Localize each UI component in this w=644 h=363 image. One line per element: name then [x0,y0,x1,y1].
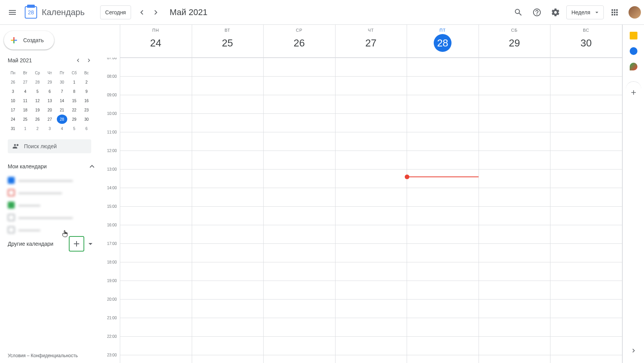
mini-day-cell[interactable]: 6 [81,124,92,133]
day-column[interactable] [120,58,192,363]
mini-day-cell[interactable]: 19 [32,105,43,115]
mini-day-cell[interactable]: 18 [20,105,31,115]
mini-day-cell[interactable]: 28 [57,115,67,124]
mini-day-cell[interactable]: 26 [8,77,18,87]
mini-day-cell[interactable]: 13 [44,96,55,105]
my-calendars-toggle[interactable]: Мои календари [8,159,97,173]
mini-day-cell[interactable]: 25 [20,115,31,124]
user-avatar[interactable] [629,6,641,19]
mini-day-cell[interactable]: 15 [69,96,80,105]
mini-day-cell[interactable]: 10 [8,96,18,105]
mini-day-cell[interactable]: 9 [81,87,92,96]
view-selector[interactable]: Неделя [566,5,604,19]
mini-prev-month[interactable] [73,56,83,65]
mini-day-cell[interactable]: 27 [20,77,31,87]
other-calendars-toggle[interactable] [84,238,97,250]
mini-dow-label: Чт [44,68,55,77]
today-button[interactable]: Сегодня [100,5,131,19]
day-column[interactable] [407,58,479,363]
day-column-header[interactable]: ПТ28 [407,25,479,58]
mini-day-cell[interactable]: 1 [69,77,80,87]
mini-day-cell[interactable]: 4 [20,87,31,96]
maps-icon[interactable] [630,63,637,70]
day-column-header[interactable]: ВС30 [550,25,622,58]
hour-label: 18:00 [107,260,117,264]
calendar-logo-icon: 28 [23,5,39,20]
mini-day-cell[interactable]: 23 [81,105,92,115]
dow-label: ЧТ [335,28,407,33]
mini-day-cell[interactable]: 26 [32,115,43,124]
page-title: Май 2021 [170,7,208,17]
hour-label: 15:00 [107,204,117,209]
calendar-item-label: —————————— [19,214,97,221]
mini-day-cell[interactable]: 24 [8,115,18,124]
day-column-header[interactable]: ПН24 [120,25,192,58]
prev-week-button[interactable] [136,6,148,19]
day-column[interactable] [550,58,622,363]
add-addon-button[interactable] [626,81,641,97]
mini-day-cell[interactable]: 2 [81,77,92,87]
mini-day-cell[interactable]: 21 [57,105,67,115]
mini-day-cell[interactable]: 14 [57,96,67,105]
search-button[interactable] [511,5,526,20]
current-time-indicator [407,176,479,177]
calendar-checkbox-item[interactable]: ———— [8,200,97,210]
keep-icon[interactable] [630,32,637,39]
mini-day-cell[interactable]: 1 [20,124,31,133]
help-button[interactable] [529,5,545,20]
hour-label: 14:00 [107,186,117,190]
calendar-checkbox-item[interactable]: ———————— [8,188,97,197]
mini-day-cell[interactable]: 12 [32,96,43,105]
mini-day-cell[interactable]: 2 [32,124,43,133]
mini-day-cell[interactable]: 5 [32,87,43,96]
search-people-input[interactable]: Поиск людей [8,139,91,153]
time-grid[interactable]: GMT+07 07:0008:0009:0010:0011:0012:0013:… [99,58,622,363]
dow-label: СБ [479,28,550,33]
settings-button[interactable] [548,5,563,20]
add-other-calendar-button[interactable] [69,236,84,252]
logo[interactable]: 28 Календарь [23,5,85,20]
mini-day-cell[interactable]: 16 [81,96,92,105]
mini-day-cell[interactable]: 28 [32,77,43,87]
mini-day-cell[interactable]: 30 [57,77,67,87]
calendar-checkbox-item[interactable]: —————————— [8,213,97,222]
mini-day-cell[interactable]: 27 [44,115,55,124]
main-menu-button[interactable] [3,3,22,22]
day-column[interactable] [335,58,407,363]
mini-day-cell[interactable]: 5 [69,124,80,133]
next-week-button[interactable] [150,6,162,19]
day-column-header[interactable]: ЧТ27 [335,25,407,58]
mini-day-cell[interactable]: 3 [8,87,18,96]
mini-day-cell[interactable]: 6 [44,87,55,96]
day-column-header[interactable]: СБ29 [479,25,550,58]
mini-day-cell[interactable]: 11 [20,96,31,105]
mini-day-cell[interactable]: 8 [69,87,80,96]
calendar-checkbox-item[interactable]: —————————— [8,176,97,185]
mini-day-cell[interactable]: 29 [44,77,55,87]
mini-day-cell[interactable]: 7 [57,87,67,96]
mini-next-month[interactable] [84,56,94,65]
day-column-header[interactable]: ВТ25 [192,25,264,58]
calendar-checkbox-item[interactable]: ———— [8,225,97,235]
collapse-panel-button[interactable] [626,343,641,358]
create-button[interactable]: Создать [4,31,54,50]
tasks-icon[interactable] [630,47,637,55]
mini-day-cell[interactable]: 4 [57,124,67,133]
sidebar: Создать Май 2021 ПнВтСрЧтПтСбВс262728293… [0,25,99,363]
hour-label: 11:00 [107,130,117,134]
mini-day-cell[interactable]: 29 [69,115,80,124]
mini-day-cell[interactable]: 30 [81,115,92,124]
mini-day-cell[interactable]: 17 [8,105,18,115]
mini-day-cell[interactable]: 31 [8,124,18,133]
day-column[interactable] [263,58,335,363]
day-column-header[interactable]: СР26 [263,25,335,58]
mini-day-cell[interactable]: 22 [69,105,80,115]
apps-grid-icon [610,8,619,17]
mini-day-cell[interactable]: 20 [44,105,55,115]
mini-day-cell[interactable]: 3 [44,124,55,133]
day-column[interactable] [192,58,264,363]
apps-button[interactable] [607,5,622,20]
footer-links[interactable]: Условия – Конфиденциальность [8,353,78,358]
create-label: Создать [23,37,44,43]
day-column[interactable] [479,58,550,363]
